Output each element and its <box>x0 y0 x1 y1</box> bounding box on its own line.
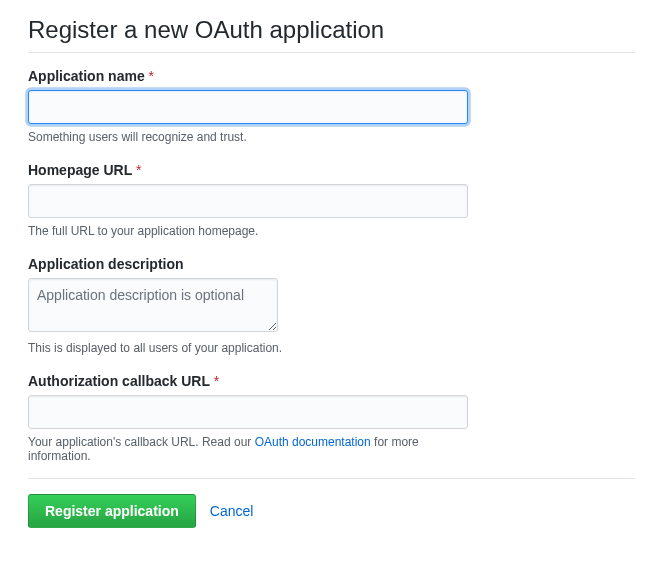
required-asterisk: * <box>214 373 219 389</box>
cancel-button[interactable]: Cancel <box>210 503 254 519</box>
field-application-description: Application description This is displaye… <box>28 256 635 358</box>
page-title: Register a new OAuth application <box>28 16 635 53</box>
homepage-url-label: Homepage URL * <box>28 162 468 178</box>
callback-url-input[interactable] <box>28 395 468 429</box>
application-description-note: This is displayed to all users of your a… <box>28 341 635 358</box>
label-text: Application description <box>28 256 184 272</box>
application-name-note: Something users will recognize and trust… <box>28 130 468 147</box>
application-description-label: Application description <box>28 256 635 272</box>
field-application-name: Application name * Something users will … <box>28 68 468 147</box>
form-actions: Register application Cancel <box>28 494 635 528</box>
field-homepage-url: Homepage URL * The full URL to your appl… <box>28 162 468 241</box>
note-prefix: Your application's callback URL. Read ou… <box>28 435 255 449</box>
homepage-url-input[interactable] <box>28 184 468 218</box>
register-application-button[interactable]: Register application <box>28 494 196 528</box>
application-name-label: Application name * <box>28 68 468 84</box>
callback-url-note: Your application's callback URL. Read ou… <box>28 435 468 463</box>
oauth-documentation-link[interactable]: OAuth documentation <box>255 435 371 449</box>
application-description-input[interactable] <box>28 278 278 332</box>
label-text: Homepage URL <box>28 162 132 178</box>
homepage-url-note: The full URL to your application homepag… <box>28 224 468 241</box>
application-name-input[interactable] <box>28 90 468 124</box>
required-asterisk: * <box>149 68 154 84</box>
callback-url-label: Authorization callback URL * <box>28 373 468 389</box>
label-text: Authorization callback URL <box>28 373 210 389</box>
field-callback-url: Authorization callback URL * Your applic… <box>28 373 468 463</box>
required-asterisk: * <box>136 162 141 178</box>
label-text: Application name <box>28 68 145 84</box>
form-divider <box>28 478 635 479</box>
